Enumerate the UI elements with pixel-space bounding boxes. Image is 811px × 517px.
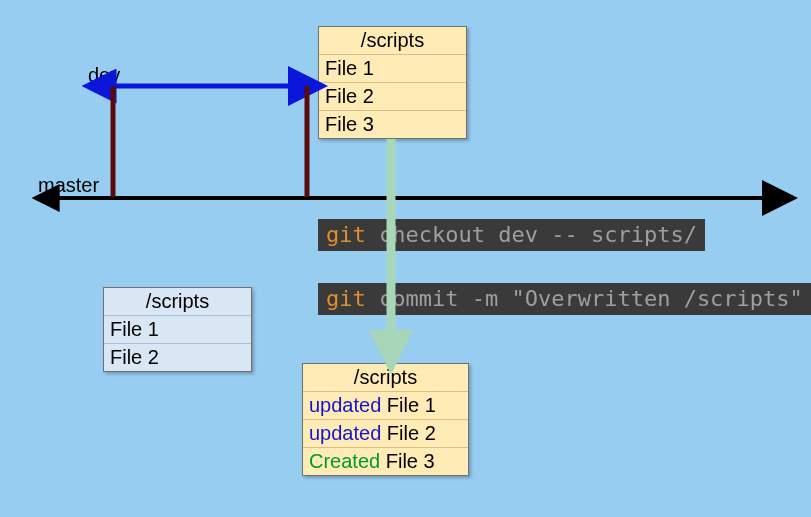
- file-status: updated: [309, 422, 381, 444]
- result-scripts-folder: /scripts updated File 1 updated File 2 C…: [302, 363, 469, 476]
- file-name: File 2: [387, 422, 436, 444]
- file-row: File 3: [319, 111, 466, 138]
- file-row: File 2: [104, 344, 251, 371]
- folder-header: /scripts: [319, 27, 466, 55]
- file-row: File 1: [319, 55, 466, 83]
- file-row: Created File 3: [303, 448, 468, 475]
- folder-header: /scripts: [303, 364, 468, 392]
- git-keyword: git: [326, 222, 366, 247]
- master-scripts-folder: /scripts File 1 File 2: [103, 287, 252, 372]
- command-text: commit -m "Overwritten /scripts": [366, 286, 803, 311]
- folder-header: /scripts: [104, 288, 251, 316]
- dev-branch-label: dev: [88, 64, 120, 87]
- file-status: updated: [309, 394, 381, 416]
- dev-scripts-folder: /scripts File 1 File 2 File 3: [318, 26, 467, 139]
- file-row: updated File 2: [303, 420, 468, 448]
- file-row: updated File 1: [303, 392, 468, 420]
- file-row: File 2: [319, 83, 466, 111]
- command-text: checkout dev -- scripts/: [366, 222, 697, 247]
- file-status: Created: [309, 450, 380, 472]
- git-commit-command: git commit -m "Overwritten /scripts": [318, 283, 811, 315]
- git-keyword: git: [326, 286, 366, 311]
- file-name: File 1: [387, 394, 436, 416]
- master-branch-label: master: [38, 174, 99, 197]
- file-row: File 1: [104, 316, 251, 344]
- git-checkout-command: git checkout dev -- scripts/: [318, 219, 705, 251]
- file-name: File 3: [386, 450, 435, 472]
